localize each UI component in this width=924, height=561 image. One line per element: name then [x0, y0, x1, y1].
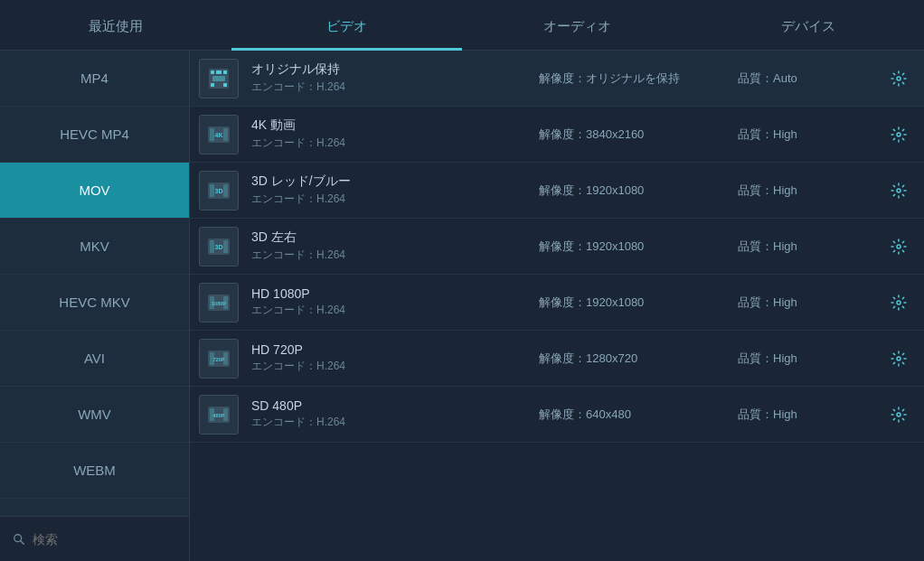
- format-detail-3d-lr: 3D 左右 エンコード：H.264: [251, 229, 539, 263]
- settings-button[interactable]: [882, 406, 915, 424]
- sidebar-item-mkv[interactable]: MKV: [0, 219, 189, 275]
- format-list: オリジナル保持 エンコード：H.264 解像度：オリジナルを保持 品質：Auto…: [190, 51, 924, 561]
- svg-text:720P: 720P: [213, 357, 225, 362]
- format-encode: エンコード：H.264: [251, 415, 539, 430]
- svg-text:3D: 3D: [215, 244, 223, 250]
- svg-point-24: [897, 245, 900, 248]
- format-encode: エンコード：H.264: [251, 359, 539, 374]
- table-row[interactable]: 720P HD 720P エンコード：H.264 解像度：1280x720 品質…: [190, 331, 924, 387]
- format-resolution: 解像度：1920x1080: [539, 295, 738, 311]
- format-icon-hd720p: 720P: [199, 339, 239, 379]
- settings-button[interactable]: [882, 238, 915, 256]
- svg-rect-12: [223, 128, 228, 141]
- svg-rect-22: [223, 240, 228, 253]
- sidebar-item-webm[interactable]: WEBM: [0, 443, 189, 499]
- table-row[interactable]: 480P SD 480P エンコード：H.264 解像度：640x480 品質：…: [190, 387, 924, 443]
- table-row[interactable]: 1080P HD 1080P エンコード：H.264 解像度：1920x1080…: [190, 275, 924, 331]
- format-resolution: 解像度：640x480: [539, 407, 738, 423]
- svg-point-19: [897, 189, 900, 192]
- format-icon-4k: 4K: [199, 115, 239, 154]
- svg-point-29: [897, 301, 900, 304]
- format-quality: 品質：High: [738, 295, 882, 311]
- table-row[interactable]: 3D 3D レッド/ブルー エンコード：H.264 解像度：1920x1080 …: [190, 163, 924, 219]
- format-quality: 品質：High: [738, 182, 882, 199]
- format-encode: エンコード：H.264: [251, 248, 539, 263]
- format-name: 3D レッド/ブルー: [251, 173, 539, 190]
- format-resolution: 解像度：1920x1080: [539, 238, 738, 255]
- svg-line-1: [21, 540, 24, 544]
- format-name: 3D 左右: [251, 229, 539, 246]
- tab-video[interactable]: ビデオ: [231, 5, 463, 51]
- format-detail-3d-red: 3D レッド/ブルー エンコード：H.264: [251, 173, 539, 207]
- svg-point-9: [897, 77, 900, 80]
- sidebar-item-hevc-mp4[interactable]: HEVC MP4: [0, 107, 189, 163]
- format-detail-sd480p: SD 480P エンコード：H.264: [251, 398, 539, 430]
- tab-device[interactable]: デバイス: [693, 5, 925, 51]
- search-input[interactable]: [33, 532, 176, 547]
- format-quality: 品質：High: [738, 126, 882, 143]
- format-quality: 品質：High: [738, 238, 882, 255]
- svg-point-34: [897, 357, 900, 360]
- format-quality: 品質：High: [738, 351, 882, 367]
- settings-button[interactable]: [882, 182, 915, 200]
- tab-audio[interactable]: オーディオ: [462, 5, 693, 51]
- format-detail-4k: 4K 動画 エンコード：H.264: [251, 117, 539, 151]
- top-tabs-bar: 最近使用 ビデオ オーディオ デバイス: [0, 0, 924, 51]
- format-name: HD 1080P: [251, 286, 539, 301]
- settings-button[interactable]: [882, 70, 915, 88]
- format-quality: 品質：High: [738, 407, 882, 423]
- table-row[interactable]: 3D 3D 左右 エンコード：H.264 解像度：1920x1080 品質：Hi…: [190, 219, 924, 275]
- format-encode: エンコード：H.264: [251, 136, 539, 151]
- format-icon-3d-red: 3D: [199, 171, 239, 210]
- format-name: 4K 動画: [251, 117, 539, 134]
- sidebar-item-avi[interactable]: AVI: [0, 331, 189, 387]
- format-name: オリジナル保持: [251, 61, 539, 78]
- sidebar-item-hevc-mkv[interactable]: HEVC MKV: [0, 275, 189, 331]
- format-encode: エンコード：H.264: [251, 303, 539, 318]
- svg-rect-16: [210, 184, 214, 197]
- svg-text:4K: 4K: [215, 132, 223, 138]
- format-encode: エンコード：H.264: [251, 79, 539, 95]
- settings-button[interactable]: [882, 350, 915, 368]
- format-detail-hd1080p: HD 1080P エンコード：H.264: [251, 286, 539, 318]
- svg-point-39: [897, 413, 900, 416]
- sidebar-item-mov[interactable]: MOV: [0, 163, 189, 219]
- format-icon-original: [199, 59, 239, 98]
- tab-recent[interactable]: 最近使用: [0, 5, 231, 51]
- svg-rect-4: [216, 70, 222, 74]
- svg-text:1080P: 1080P: [212, 301, 226, 306]
- settings-button[interactable]: [882, 294, 915, 312]
- svg-text:3D: 3D: [215, 188, 223, 194]
- format-name: HD 720P: [251, 342, 539, 357]
- sidebar-item-wmv[interactable]: WMV: [0, 387, 189, 443]
- format-icon-hd1080p: 1080P: [199, 283, 239, 323]
- svg-rect-8: [212, 76, 225, 81]
- search-icon: [13, 532, 25, 547]
- sidebar-list: MP4 HEVC MP4 MOV MKV HEVC MKV AVI WMV WE…: [0, 51, 189, 516]
- format-icon-3d-lr: 3D: [199, 227, 239, 266]
- format-detail-hd720p: HD 720P エンコード：H.264: [251, 342, 539, 374]
- search-bar: [0, 516, 189, 561]
- format-quality: 品質：Auto: [738, 70, 882, 87]
- svg-rect-17: [223, 184, 228, 197]
- table-row[interactable]: 4K 4K 動画 エンコード：H.264 解像度：3840x2160 品質：Hi…: [190, 107, 924, 163]
- svg-rect-11: [210, 128, 214, 141]
- settings-button[interactable]: [882, 126, 915, 144]
- format-resolution: 解像度：オリジナルを保持: [539, 70, 738, 87]
- svg-rect-21: [210, 240, 214, 253]
- svg-text:480P: 480P: [213, 413, 225, 418]
- format-resolution: 解像度：1920x1080: [539, 182, 738, 199]
- svg-rect-6: [211, 83, 214, 87]
- sidebar-item-mp4[interactable]: MP4: [0, 51, 189, 107]
- svg-rect-7: [223, 83, 227, 87]
- format-detail-original: オリジナル保持 エンコード：H.264: [251, 61, 539, 95]
- format-encode: エンコード：H.264: [251, 192, 539, 207]
- format-icon-sd480p: 480P: [199, 395, 239, 435]
- svg-rect-5: [223, 70, 227, 74]
- table-row[interactable]: オリジナル保持 エンコード：H.264 解像度：オリジナルを保持 品質：Auto: [190, 51, 924, 107]
- svg-rect-3: [211, 70, 214, 74]
- format-name: SD 480P: [251, 398, 539, 413]
- format-resolution: 解像度：1280x720: [539, 351, 738, 367]
- svg-point-14: [897, 133, 900, 136]
- format-resolution: 解像度：3840x2160: [539, 126, 738, 143]
